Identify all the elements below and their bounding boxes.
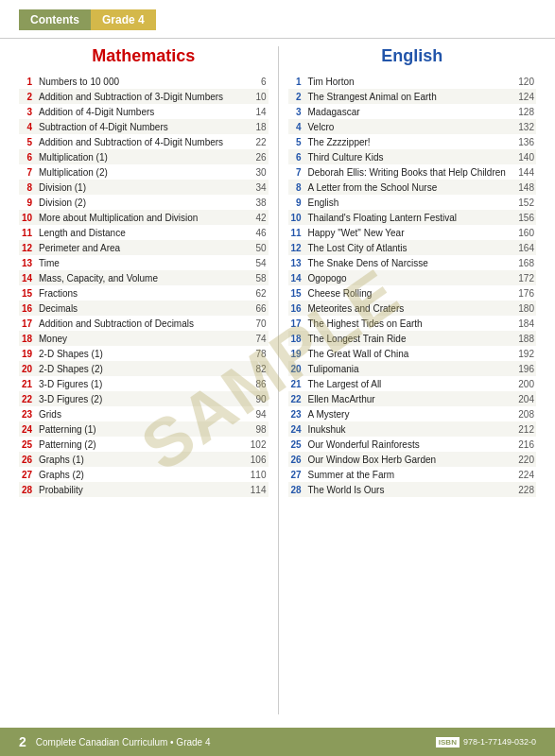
english-item-num: 15 xyxy=(288,285,304,301)
english-toc-table: 1 Tim Horton 120 2 The Strangest Animal … xyxy=(288,74,537,497)
english-item-title: Tim Horton xyxy=(304,74,517,89)
math-item-title: Addition of 4-Digit Numbers xyxy=(34,104,249,119)
english-item-num: 9 xyxy=(288,195,304,210)
english-item-page: 124 xyxy=(516,89,536,104)
english-item-page: 216 xyxy=(516,437,536,452)
math-item-page: 34 xyxy=(249,180,269,195)
math-item-page: 58 xyxy=(249,270,269,285)
math-item-title: 2-D Shapes (2) xyxy=(34,361,249,376)
math-item-page: 78 xyxy=(249,346,269,361)
english-item-num: 19 xyxy=(288,346,304,361)
math-column: Mathematics 1 Numbers to 10 000 6 2 Addi… xyxy=(19,46,278,714)
math-item-num: 28 xyxy=(19,482,34,497)
english-item-num: 22 xyxy=(288,391,304,406)
math-item-title: Perimeter and Area xyxy=(34,240,249,255)
math-row: 9 Division (2) 38 xyxy=(19,195,269,210)
english-item-num: 12 xyxy=(288,240,304,255)
math-row: 19 2-D Shapes (1) 78 xyxy=(19,346,269,361)
math-item-title: Fractions xyxy=(34,285,249,301)
english-item-page: 172 xyxy=(516,270,536,285)
english-item-title: Happy "Wet" New Year xyxy=(304,225,517,240)
footer-isbn: 978-1-77149-032-0 xyxy=(463,737,536,747)
english-item-title: Velcro xyxy=(304,119,517,134)
english-item-title: Thailand's Floating Lantern Festival xyxy=(304,210,517,225)
english-item-title: The Longest Train Ride xyxy=(304,331,517,346)
english-item-page: 188 xyxy=(516,331,536,346)
math-row: 7 Multiplication (2) 30 xyxy=(19,164,269,180)
english-item-num: 23 xyxy=(288,406,304,421)
english-row: 17 The Highest Tides on Earth 184 xyxy=(288,316,537,331)
english-item-title: Inukshuk xyxy=(304,421,517,437)
math-item-title: 2-D Shapes (1) xyxy=(34,346,249,361)
math-item-title: Addition and Subtraction of 4-Digit Numb… xyxy=(34,134,249,149)
english-row: 24 Inukshuk 212 xyxy=(288,421,537,437)
english-item-num: 26 xyxy=(288,452,304,467)
math-item-title: Division (1) xyxy=(34,180,249,195)
footer-page-number: 2 xyxy=(19,734,26,749)
math-item-title: Patterning (2) xyxy=(34,437,249,452)
math-item-page: 74 xyxy=(249,331,269,346)
english-row: 15 Cheese Rolling 176 xyxy=(288,285,537,301)
english-item-page: 160 xyxy=(516,225,536,240)
english-item-title: Tulipomania xyxy=(304,361,517,376)
english-item-page: 200 xyxy=(516,376,536,391)
english-title: English xyxy=(288,46,537,66)
english-item-title: Our Wonderful Rainforests xyxy=(304,437,517,452)
english-row: 4 Velcro 132 xyxy=(288,119,537,134)
math-row: 28 Probability 114 xyxy=(19,482,269,497)
english-item-num: 14 xyxy=(288,270,304,285)
english-row: 25 Our Wonderful Rainforests 216 xyxy=(288,437,537,452)
english-item-num: 24 xyxy=(288,421,304,437)
math-item-num: 7 xyxy=(19,164,34,180)
english-item-num: 27 xyxy=(288,467,304,482)
math-row: 2 Addition and Subtraction of 3-Digit Nu… xyxy=(19,89,269,104)
math-item-page: 14 xyxy=(249,104,269,119)
math-item-num: 25 xyxy=(19,437,34,452)
english-item-num: 20 xyxy=(288,361,304,376)
english-row: 19 The Great Wall of China 192 xyxy=(288,346,537,361)
math-row: 11 Length and Distance 46 xyxy=(19,225,269,240)
math-row: 5 Addition and Subtraction of 4-Digit Nu… xyxy=(19,134,269,149)
english-row: 8 A Letter from the School Nurse 148 xyxy=(288,180,537,195)
math-item-num: 12 xyxy=(19,240,34,255)
english-item-num: 7 xyxy=(288,164,304,180)
math-row: 26 Graphs (1) 106 xyxy=(19,452,269,467)
english-item-num: 10 xyxy=(288,210,304,225)
english-item-num: 18 xyxy=(288,331,304,346)
math-item-title: Multiplication (1) xyxy=(34,149,249,164)
math-row: 27 Graphs (2) 110 xyxy=(19,467,269,482)
math-item-num: 23 xyxy=(19,406,34,421)
page: Contents Grade 4 SAMPLE Mathematics 1 Nu… xyxy=(0,0,555,756)
math-item-title: Graphs (1) xyxy=(34,452,249,467)
english-row: 7 Deborah Ellis: Writing Books that Help… xyxy=(288,164,537,180)
footer-title: Complete Canadian Curriculum • Grade 4 xyxy=(36,737,211,747)
english-row: 22 Ellen MacArthur 204 xyxy=(288,391,537,406)
english-item-num: 16 xyxy=(288,301,304,316)
english-row: 13 The Snake Dens of Narcisse 168 xyxy=(288,255,537,270)
math-item-title: Addition and Subtraction of 3-Digit Numb… xyxy=(34,89,249,104)
math-item-num: 3 xyxy=(19,104,34,119)
english-item-title: The Highest Tides on Earth xyxy=(304,316,517,331)
english-row: 9 English 152 xyxy=(288,195,537,210)
english-item-title: English xyxy=(304,195,517,210)
math-item-page: 102 xyxy=(249,437,269,452)
english-item-title: Madagascar xyxy=(304,104,517,119)
english-item-num: 13 xyxy=(288,255,304,270)
math-item-title: Money xyxy=(34,331,249,346)
math-item-num: 27 xyxy=(19,467,34,482)
english-item-page: 140 xyxy=(516,149,536,164)
english-item-title: The World Is Ours xyxy=(304,482,517,497)
math-item-page: 70 xyxy=(249,316,269,331)
english-item-title: Our Window Box Herb Garden xyxy=(304,452,517,467)
english-item-page: 176 xyxy=(516,285,536,301)
math-item-page: 6 xyxy=(249,74,269,89)
math-row: 12 Perimeter and Area 50 xyxy=(19,240,269,255)
english-item-page: 148 xyxy=(516,180,536,195)
math-row: 22 3-D Figures (2) 90 xyxy=(19,391,269,406)
math-item-num: 26 xyxy=(19,452,34,467)
math-item-page: 82 xyxy=(249,361,269,376)
contents-tab: Contents xyxy=(19,9,91,30)
math-row: 6 Multiplication (1) 26 xyxy=(19,149,269,164)
math-row: 23 Grids 94 xyxy=(19,406,269,421)
english-row: 23 A Mystery 208 xyxy=(288,406,537,421)
